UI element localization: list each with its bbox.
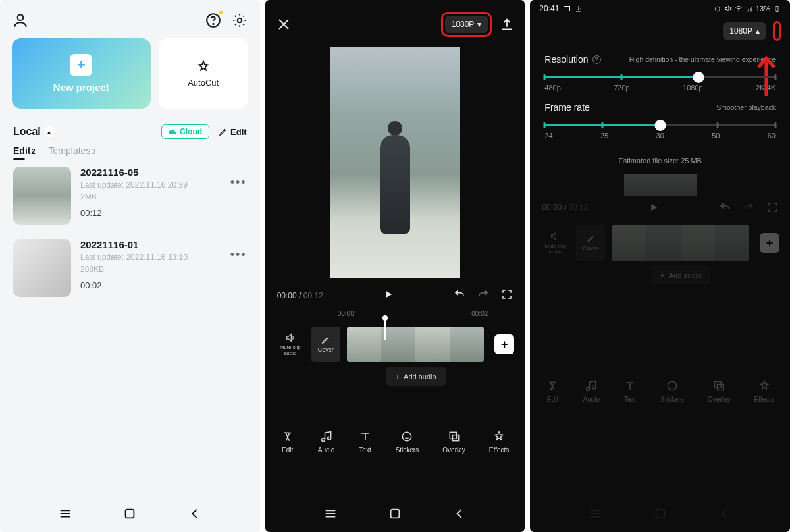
svg-rect-15 bbox=[718, 385, 724, 390]
cover-button[interactable]: Cover bbox=[311, 327, 340, 362]
project-duration: 00:12 bbox=[80, 208, 221, 218]
svg-point-0 bbox=[18, 14, 24, 20]
chevron-up-icon: ▴ bbox=[44, 126, 55, 137]
nav-recents-icon[interactable] bbox=[58, 506, 72, 521]
section-local[interactable]: Local ▴ bbox=[13, 126, 55, 138]
project-duration: 00:02 bbox=[80, 280, 221, 290]
dimmed-editor-background: 00:00 / 00:12 Mute clip audio Cover + +A… bbox=[530, 174, 790, 532]
android-navbar bbox=[0, 495, 260, 532]
close-icon[interactable] bbox=[276, 16, 292, 32]
slider-thumb[interactable] bbox=[693, 72, 704, 83]
svg-rect-14 bbox=[715, 381, 722, 388]
add-clip-button[interactable]: + bbox=[494, 334, 514, 354]
autocut-card[interactable]: AutoCut bbox=[159, 38, 248, 109]
project-item[interactable]: 20221116-05 Last update: 2022.11.16 20:3… bbox=[13, 167, 247, 225]
arrow-annotation bbox=[754, 50, 778, 96]
fullscreen-icon[interactable] bbox=[501, 288, 513, 302]
cloud-icon bbox=[169, 128, 177, 136]
svg-rect-6 bbox=[450, 432, 456, 439]
timeline[interactable]: Mute clip audio Cover + + Add audio bbox=[265, 320, 525, 386]
resolution-button[interactable]: 1080P ▾ bbox=[445, 16, 488, 33]
framerate-slider: Frame rate Smoother playback 2425305060 bbox=[530, 95, 790, 144]
svg-rect-12 bbox=[776, 11, 778, 12]
battery-pct: 13% bbox=[756, 5, 770, 13]
nav-back-icon[interactable] bbox=[452, 506, 467, 521]
svg-point-10 bbox=[715, 7, 720, 11]
nav-home-icon[interactable] bbox=[122, 506, 137, 521]
project-item[interactable]: 20221116-01 Last update: 2022.11.16 13:1… bbox=[13, 239, 247, 297]
mute-icon bbox=[724, 5, 732, 13]
alarm-icon bbox=[714, 5, 722, 13]
tab-edit[interactable]: Edit2 bbox=[13, 146, 36, 156]
image-icon bbox=[563, 5, 571, 13]
profile-icon[interactable] bbox=[12, 12, 29, 29]
resolution-button[interactable]: 1080P ▴ bbox=[723, 22, 766, 40]
more-icon[interactable]: ••• bbox=[230, 248, 247, 262]
add-audio-button[interactable]: + Add audio bbox=[386, 367, 446, 386]
project-updated: Last update: 2022.11.16 13:10 bbox=[80, 253, 221, 262]
download-icon bbox=[575, 5, 583, 13]
tool-stickers[interactable]: Stickers bbox=[396, 430, 419, 454]
export-icon[interactable] bbox=[500, 17, 514, 32]
svg-point-2 bbox=[213, 24, 213, 24]
svg-point-13 bbox=[668, 381, 676, 390]
video-preview[interactable] bbox=[265, 43, 525, 283]
svg-rect-7 bbox=[452, 435, 458, 441]
tool-audio[interactable]: Audio bbox=[318, 430, 335, 454]
more-icon[interactable]: ••• bbox=[230, 176, 247, 190]
project-title: 20221116-01 bbox=[80, 239, 221, 250]
sparkle-icon bbox=[196, 59, 211, 74]
svg-rect-16 bbox=[656, 510, 664, 518]
video-clip[interactable] bbox=[347, 327, 485, 362]
android-navbar bbox=[265, 495, 525, 532]
status-bar: 20:41 13% bbox=[530, 0, 790, 13]
tool-effects[interactable]: Effects bbox=[489, 430, 509, 454]
svg-rect-9 bbox=[564, 7, 570, 11]
svg-point-5 bbox=[403, 432, 411, 440]
slider-track[interactable] bbox=[544, 76, 776, 78]
svg-rect-4 bbox=[126, 510, 134, 518]
timeline-ruler: 00:0000:02 bbox=[265, 307, 525, 320]
edit-list-button[interactable]: Edit bbox=[219, 127, 247, 137]
undo-icon[interactable] bbox=[454, 288, 465, 302]
tool-text[interactable]: Text bbox=[359, 430, 372, 454]
autocut-label: AutoCut bbox=[188, 78, 219, 88]
project-thumbnail bbox=[13, 239, 71, 297]
help-icon[interactable] bbox=[205, 12, 222, 29]
cloud-button[interactable]: Cloud bbox=[161, 124, 209, 139]
chevron-down-icon: ▾ bbox=[477, 20, 481, 29]
tool-edit[interactable]: Edit bbox=[281, 430, 294, 454]
project-size: 2MB bbox=[80, 192, 221, 201]
screen-home: + New project AutoCut Local ▴ Cloud Edit… bbox=[0, 0, 260, 532]
redo-icon[interactable] bbox=[477, 288, 489, 302]
play-icon[interactable] bbox=[382, 288, 394, 302]
new-project-card[interactable]: + New project bbox=[12, 38, 151, 109]
resolution-slider: Resolution? High definition - the ultima… bbox=[530, 47, 790, 95]
highlight-export bbox=[773, 21, 781, 41]
wifi-icon bbox=[735, 5, 743, 13]
plus-icon: + bbox=[70, 54, 92, 76]
nav-recents-icon[interactable] bbox=[323, 506, 338, 521]
slider-track[interactable] bbox=[544, 124, 776, 126]
project-updated: Last update: 2022.11.16 20:39 bbox=[80, 180, 221, 190]
playback-bar: 00:00 / 00:12 bbox=[265, 283, 525, 307]
editor-toolbar: Edit Audio Text Stickers Overlay Effects bbox=[265, 421, 525, 460]
slider-thumb[interactable] bbox=[654, 120, 666, 131]
tool-overlay[interactable]: Overlay bbox=[442, 430, 465, 454]
home-header bbox=[0, 0, 260, 38]
info-icon[interactable]: ? bbox=[592, 55, 601, 64]
nav-back-icon[interactable] bbox=[188, 506, 202, 521]
svg-rect-8 bbox=[391, 510, 400, 518]
playhead[interactable] bbox=[384, 317, 386, 340]
new-project-label: New project bbox=[53, 82, 109, 93]
plus-icon: + bbox=[396, 373, 400, 381]
status-time: 20:41 bbox=[539, 4, 559, 13]
screen-export-settings: 20:41 13% 1080P ▴ Resolution? Hig bbox=[530, 0, 790, 532]
tab-templates[interactable]: Templates0 bbox=[49, 146, 95, 156]
pencil-icon bbox=[219, 127, 228, 136]
mute-clip-button[interactable]: Mute clip audio bbox=[276, 332, 305, 357]
project-size: 288KB bbox=[80, 265, 221, 274]
battery-icon bbox=[773, 5, 781, 13]
nav-home-icon[interactable] bbox=[388, 506, 402, 521]
settings-icon[interactable] bbox=[231, 12, 248, 29]
